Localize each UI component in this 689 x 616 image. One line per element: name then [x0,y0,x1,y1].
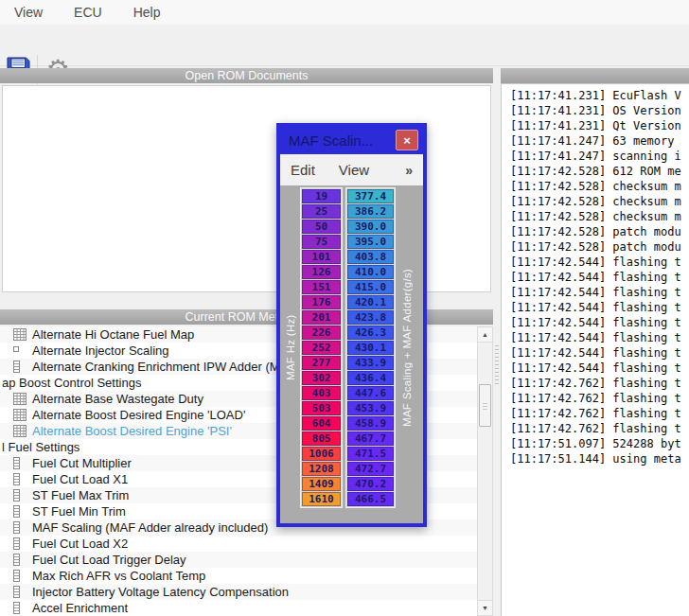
close-icon: × [403,134,411,147]
menu-ecu[interactable]: ECU [62,1,115,24]
log-line: [11:17:42.544] flashing t [510,255,689,270]
maf-hz-cell[interactable]: 1006 [302,447,341,461]
tree-item-row[interactable]: Max Rich AFR vs Coolant Temp [0,568,477,584]
maf-table-area: MAF Hz (Hz) 1925507510112615117620122625… [280,185,423,523]
maf-scaling-cell[interactable]: 415.0 [347,280,394,294]
log-line: [11:17:41.247] 63 memory [510,133,689,149]
maf-hz-column: 1925507510112615117620122625227730240350… [300,187,343,508]
panel-splitter[interactable] [493,66,501,616]
scrollbar-thumb[interactable] [479,384,491,427]
scroll-down-button[interactable]: ▼ [478,600,492,615]
maf-scaling-cell[interactable]: 423.8 [347,310,394,325]
maf-hz-cell[interactable]: 805 [302,431,341,446]
tree-scrollbar[interactable]: ▲ ▼ [477,326,493,616]
maf-scaling-cell[interactable]: 420.1 [347,295,394,309]
tree-item-row[interactable]: Fuel Cut Load Trigger Delay [0,552,477,568]
maf-hz-cell[interactable]: 19 [302,189,341,203]
map-table-icon [13,328,32,341]
maf-scaling-cell[interactable]: 436.4 [347,371,394,385]
maf-hz-cell[interactable]: 1208 [302,462,341,476]
maf-hz-cell[interactable]: 503 [302,401,341,415]
dialog-titlebar[interactable]: MAF Scalin... × [280,127,423,154]
log-line: [11:17:41.231] Qt Version [510,118,689,133]
maf-hz-cell[interactable]: 302 [302,371,341,385]
menu-overflow-chevron-icon[interactable]: » [405,163,413,178]
scalar-icon [13,346,32,356]
maf-hz-cell[interactable]: 201 [302,310,341,325]
log-line: [11:17:42.544] flashing t [510,345,689,361]
tree-item-label: Max Rich AFR vs Coolant Temp [32,569,205,583]
log-line: [11:17:42.544] flashing t [510,300,689,315]
tree-item-label: Alternate Base Wastegate Duty [32,392,203,406]
log-line: [11:17:42.544] flashing t [510,285,689,300]
maf-hz-cell[interactable]: 101 [302,250,341,264]
tree-item-row[interactable]: Accel Enrichment [0,600,477,616]
list-table-icon [13,586,32,598]
list-table-icon [13,473,32,485]
log-line: [11:17:42.528] checksum m [510,179,689,194]
maf-scaling-cell[interactable]: 447.6 [347,386,394,400]
log-line: [11:17:41.231] OS Version [510,103,689,118]
scroll-down-icon: ▼ [482,605,488,611]
list-table-icon [13,537,32,550]
maf-scaling-cell[interactable]: 390.0 [347,220,394,234]
list-table-icon [13,457,32,469]
maf-scaling-cell[interactable]: 386.2 [347,204,394,219]
log-line: [11:17:42.544] flashing t [510,330,689,345]
maf-hz-cell[interactable]: 1409 [302,477,341,491]
maf-scaling-cell[interactable]: 471.5 [347,447,394,461]
maf-hz-cell[interactable]: 126 [302,265,341,279]
dialog-menu-edit[interactable]: Edit [291,162,315,178]
maf-scaling-column: 377.4386.2390.0395.0403.8410.0415.0420.1… [345,187,396,508]
maf-hz-axis-label: MAF Hz (Hz) [281,185,299,510]
log-line: [11:17:42.544] flashing t [510,270,689,285]
maf-scaling-cell[interactable]: 395.0 [347,235,394,249]
maf-scaling-cell[interactable]: 430.1 [347,341,394,355]
tree-item-row[interactable]: Fuel Cut Load X2 [0,536,477,552]
maf-scaling-cell[interactable]: 470.2 [347,477,394,491]
tree-item-label: Fuel Cut Load X1 [32,472,128,486]
menu-help[interactable]: Help [121,1,173,24]
maf-scaling-cell[interactable]: 467.7 [347,431,394,446]
list-table-icon [13,602,32,614]
close-button[interactable]: × [396,130,418,150]
maf-hz-cell[interactable]: 277 [302,356,341,370]
log-output: [11:17:41.231] EcuFlash V[11:17:41.231] … [501,83,689,616]
scroll-up-button[interactable]: ▲ [478,327,492,343]
tree-item-label: l Fuel Settings [2,440,80,454]
maf-scaling-cell[interactable]: 433.9 [347,356,394,370]
log-line: [11:17:41.247] scanning i [510,149,689,164]
maf-scaling-cell[interactable]: 453.9 [347,401,394,415]
menu-view[interactable]: View [2,1,55,24]
tree-item-label: MAF Scaling (MAF Adder already included) [32,520,268,535]
maf-scaling-cell[interactable]: 403.8 [347,250,394,264]
maf-hz-cell[interactable]: 75 [302,235,341,249]
maf-hz-cell[interactable]: 604 [302,416,341,431]
dialog-menu-view[interactable]: View [339,162,369,178]
maf-scaling-cell[interactable]: 426.3 [347,326,394,340]
maf-scaling-cell[interactable]: 377.4 [347,189,394,203]
map-table-icon [13,425,32,437]
maf-hz-cell[interactable]: 403 [302,386,341,400]
log-line: [11:17:42.762] flashing t [510,406,689,421]
tree-item-row[interactable]: Injector Battery Voltage Latency Compens… [0,584,477,600]
maf-hz-cell[interactable]: 1610 [302,492,341,506]
maf-hz-cell[interactable]: 151 [302,280,341,294]
list-table-icon [13,361,32,373]
maf-scaling-cell[interactable]: 458.9 [347,416,394,431]
toolbar: ⚙ [0,25,689,66]
maf-hz-cell[interactable]: 226 [302,326,341,340]
maf-hz-cell[interactable]: 25 [302,204,341,219]
dialog-title: MAF Scalin... [289,132,373,149]
list-table-icon [13,489,32,502]
maf-scaling-cell[interactable]: 466.5 [347,492,394,506]
maf-hz-cell[interactable]: 50 [302,220,341,234]
maf-scaling-cell[interactable]: 472.7 [347,462,394,476]
tree-item-label: Alternate Boost Desired Engine 'LOAD' [32,408,245,422]
menubar: View ECU Help [0,0,689,25]
maf-hz-cell[interactable]: 252 [302,341,341,355]
maf-hz-cell[interactable]: 176 [302,295,341,309]
log-line: [11:17:51.097] 524288 byt [510,436,689,451]
list-table-icon [13,570,32,582]
maf-scaling-cell[interactable]: 410.0 [347,265,394,279]
